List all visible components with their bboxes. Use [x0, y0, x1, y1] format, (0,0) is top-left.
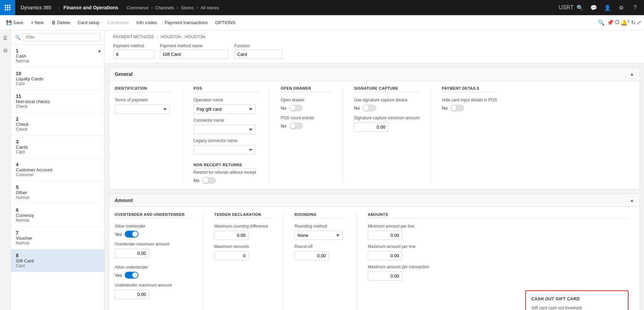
signature-capture-group: SIGNATURE CAPTURE Use signature capture …	[349, 86, 425, 184]
rounding-method-select[interactable]: None Up Down Nearest	[294, 231, 343, 240]
breadcrumb-commerce[interactable]: Commerce	[127, 5, 149, 10]
top-breadcrumb: Commerce > Channels > Stores > All store…	[121, 5, 225, 10]
general-collapse-icon[interactable]: ▲	[630, 72, 634, 77]
breadcrumb-stores[interactable]: Stores	[181, 5, 194, 10]
open-drawer-title: OPEN DRAWER	[281, 86, 332, 92]
main-layout: ☰ ⊟ 🔍 ▲ 1 Cash Normal 10 Loyalty Cards C…	[0, 30, 644, 310]
max-per-line-input[interactable]	[368, 251, 402, 260]
hide-input-field: Hide card input details in POS No	[442, 98, 497, 111]
pin-icon[interactable]: 📌	[607, 19, 614, 26]
overtender-max-input[interactable]	[115, 249, 149, 258]
round-off-input[interactable]	[294, 251, 329, 260]
sidebar-item-5[interactable]: 5 Other Normal	[11, 181, 104, 204]
header-form-row: Payment method Payment method name Funct…	[113, 43, 636, 59]
user-icon[interactable]: 👤	[601, 1, 614, 14]
general-section-header[interactable]: General ▲	[109, 68, 640, 81]
sidebar-item-1[interactable]: ▲ 1 Cash Normal	[11, 44, 104, 67]
sidebar-item-7[interactable]: 7 Voucher Normal	[11, 227, 104, 249]
allow-undertender-toggle[interactable]	[125, 272, 138, 279]
cashout-threshold-field: Gift card cash out threshold	[531, 306, 622, 310]
save-button[interactable]: 💾 Save	[3, 17, 27, 28]
connector-name-select[interactable]	[194, 125, 256, 134]
refresh-icon[interactable]: ↻	[631, 19, 635, 26]
pos-count-value: No	[281, 123, 287, 129]
amount-collapse-icon[interactable]: ▲	[630, 198, 634, 203]
item-name-8: Gift Card	[16, 258, 100, 263]
help-icon[interactable]: ?	[629, 1, 641, 14]
sidebar-item-6[interactable]: 6 Currency Normal	[11, 204, 104, 227]
overtender-title: OVERTENDER AND UNDERTENDER	[115, 212, 192, 218]
undertender-max-input[interactable]	[115, 290, 149, 299]
breadcrumb-channels[interactable]: Channels	[155, 5, 174, 10]
restrict-toggle[interactable]	[202, 177, 216, 184]
function-input[interactable]	[234, 50, 282, 59]
new-button[interactable]: + New	[28, 17, 47, 28]
allow-overtender-toggle[interactable]	[125, 231, 138, 238]
settings-icon[interactable]: ⚙	[615, 1, 627, 14]
payment-transactions-button[interactable]: Payment transactions	[161, 17, 211, 28]
module-name: Finance and Operations	[61, 5, 121, 10]
card-setup-button[interactable]: Card setup	[74, 17, 103, 28]
sidebar-item-10[interactable]: 10 Loyalty Cards Card	[11, 67, 104, 90]
hide-input-value: No	[442, 106, 448, 111]
breadcrumb-allstores[interactable]: All stores	[200, 5, 219, 10]
rounding-method-label: Rounding method	[294, 224, 345, 229]
max-per-transaction-input[interactable]	[368, 271, 402, 281]
max-counting-diff-input[interactable]	[214, 231, 249, 240]
search-icon[interactable]: 🔍	[598, 20, 605, 26]
item-number-10: 10	[16, 71, 100, 76]
collapse-icon-1[interactable]: ▲	[97, 48, 102, 53]
office-icon[interactable]: O	[615, 19, 619, 26]
currencies-button[interactable]: Currencies	[104, 17, 132, 28]
pos-count-toggle[interactable]	[289, 122, 303, 129]
sidebar-filter-input[interactable]	[23, 33, 100, 41]
open-drawer-toggle[interactable]	[289, 104, 303, 111]
cashout-title: CASH OUT GIFT CARD	[531, 297, 622, 301]
expand-icon[interactable]: ⤢	[637, 19, 641, 26]
options-button[interactable]: OPTIONS	[212, 17, 239, 28]
non-receipt-sub: NON RECEIPT RETURNS Restrict for refunds…	[194, 163, 258, 184]
round-off-label: Round-off	[294, 244, 345, 249]
operation-name-select[interactable]: Pay gift card	[194, 104, 256, 114]
open-drawer-label: Open drawer	[281, 98, 332, 102]
breadcrumb-divider: |	[157, 34, 158, 39]
sidebar-item-3[interactable]: 3 Cards Card	[11, 136, 104, 158]
sidebar-icon-nav[interactable]: ⊟	[1, 46, 10, 55]
notification-icon[interactable]: 🔔0	[621, 19, 630, 26]
sidebar-item-11[interactable]: 11 Non-local checks Check	[11, 90, 104, 113]
pos-group: POS Operation name Pay gift card Connect…	[188, 86, 264, 184]
use-device-toggle[interactable]	[363, 104, 376, 111]
payment-method-name-input[interactable]	[160, 50, 229, 59]
item-type-2: Check	[16, 127, 100, 132]
sidebar-item-2[interactable]: 2 Check Check	[11, 113, 104, 136]
general-section: General ▲ IDENTIFICATION Terms of paymen…	[109, 68, 640, 190]
payment-method-name-label: Payment method name	[160, 43, 229, 48]
max-recounts-input[interactable]	[214, 251, 249, 260]
info-codes-button[interactable]: Info codes	[133, 17, 160, 28]
delete-button[interactable]: 🗑 Delete	[48, 17, 74, 28]
item-type-5: Normal	[16, 195, 100, 200]
waffle-button[interactable]	[0, 0, 15, 15]
hide-input-toggle[interactable]	[450, 104, 464, 111]
sig-min-amount-input[interactable]	[354, 122, 388, 132]
chat-icon[interactable]: 💬	[588, 1, 600, 14]
divider-2	[269, 86, 270, 184]
legacy-connector-select[interactable]	[194, 145, 256, 154]
sidebar: 🔍 ▲ 1 Cash Normal 10 Loyalty Cards Card …	[11, 30, 105, 310]
amounts-group: AMOUNTS Minimum amount per line Maximum …	[362, 212, 634, 310]
sidebar-icon-filter[interactable]: ☰	[1, 33, 10, 43]
item-name-10: Loyalty Cards	[16, 76, 100, 81]
action-search: 🔍	[598, 19, 605, 26]
hide-input-knob	[451, 105, 457, 111]
sidebar-item-4[interactable]: 4 Customer Account Customer	[11, 158, 104, 181]
search-nav-icon[interactable]: 🔍	[574, 1, 586, 14]
min-per-line-input[interactable]	[368, 231, 402, 240]
amount-section-header[interactable]: Amount ▲	[109, 194, 640, 207]
item-number-1: 1	[16, 48, 100, 53]
tender-declaration-title: TENDER DECLARATION	[214, 212, 272, 218]
save-label: Save	[13, 20, 23, 25]
terms-payment-select[interactable]	[115, 104, 170, 114]
payment-method-input[interactable]	[113, 50, 154, 59]
sidebar-item-8[interactable]: 8 Gift Card Card	[11, 249, 104, 272]
undertender-max-label: Undertender maximum amount	[115, 283, 192, 288]
